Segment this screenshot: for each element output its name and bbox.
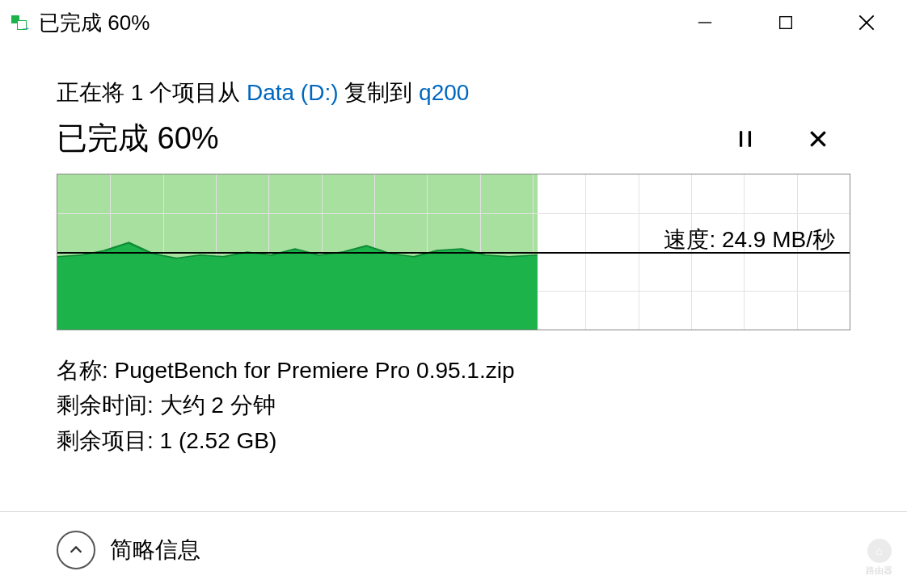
detail-items: 剩余项目: 1 (2.52 GB) xyxy=(57,423,850,458)
copy-icon: → xyxy=(11,15,27,31)
speed-label: 速度: 24.9 MB/秒 xyxy=(664,225,835,255)
detail-time: 剩余时间: 大约 2 分钟 xyxy=(57,388,850,422)
copy-prefix: 正在将 1 个项目从 xyxy=(57,80,247,105)
dest-link[interactable]: q200 xyxy=(419,80,469,105)
name-label: 名称: xyxy=(57,358,115,383)
time-label: 剩余时间: xyxy=(57,393,160,418)
time-value: 大约 2 分钟 xyxy=(160,393,276,418)
speed-prefix: 速度: xyxy=(664,227,722,252)
window-title: 已完成 60% xyxy=(39,9,150,37)
speed-chart: 速度: 24.9 MB/秒 xyxy=(57,174,850,330)
details-section: 名称: PugetBench for Premiere Pro 0.95.1.z… xyxy=(57,353,850,458)
collapse-toggle[interactable] xyxy=(57,531,95,569)
content-area: 正在将 1 个项目从 Data (D:) 复制到 q200 已完成 60% 速度… xyxy=(0,45,907,458)
minimize-button[interactable] xyxy=(664,0,745,45)
svg-rect-1 xyxy=(780,17,792,29)
action-buttons xyxy=(729,123,834,155)
window-controls xyxy=(664,0,907,45)
pause-button[interactable] xyxy=(729,123,761,155)
items-value: 1 (2.52 GB) xyxy=(160,428,277,453)
progress-text: 已完成 60% xyxy=(57,118,729,159)
maximize-button[interactable] xyxy=(745,0,826,45)
cancel-button[interactable] xyxy=(802,123,834,155)
source-link[interactable]: Data (D:) xyxy=(247,80,339,105)
name-value: PugetBench for Premiere Pro 0.95.1.zip xyxy=(115,358,515,383)
copy-mid: 复制到 xyxy=(339,80,420,105)
detail-name: 名称: PugetBench for Premiere Pro 0.95.1.z… xyxy=(57,353,850,388)
progress-header: 已完成 60% xyxy=(57,118,850,159)
titlebar: → 已完成 60% xyxy=(0,0,907,45)
copy-description: 正在将 1 个项目从 Data (D:) 复制到 q200 xyxy=(57,78,850,108)
toggle-label[interactable]: 简略信息 xyxy=(110,535,200,565)
footer: 简略信息 xyxy=(0,511,907,588)
close-button[interactable] xyxy=(826,0,907,45)
items-label: 剩余项目: xyxy=(57,428,160,453)
speed-value: 24.9 MB/秒 xyxy=(722,227,835,252)
